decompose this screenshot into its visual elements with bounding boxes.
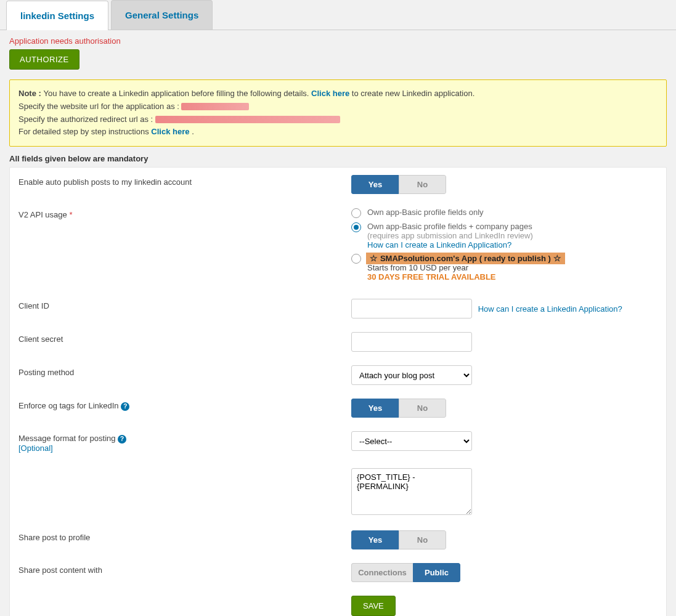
star-icon: ☆ <box>553 253 561 263</box>
help-icon[interactable]: ? <box>118 435 126 444</box>
label-optional: [Optional] <box>18 444 53 453</box>
select-posting-method[interactable]: Attach your blog post <box>351 365 472 385</box>
how-create-app-link-1[interactable]: How can I create a Linkedin Application? <box>367 240 511 249</box>
label-free-trial: 30 DAYS FREE TRIAL AVAILABLE <box>367 272 496 282</box>
radio-smap-app[interactable] <box>351 254 361 264</box>
help-icon[interactable]: ? <box>121 402 129 411</box>
save-button[interactable]: SAVE <box>351 596 396 616</box>
authorisation-warning: Application needs authorisation <box>9 36 667 46</box>
note-line1a: You have to create a Linkedin applicatio… <box>43 89 311 98</box>
authorize-button[interactable]: AUTHORIZE <box>9 49 79 70</box>
label-enforce-og: Enforce og tags for LinkedIn <box>18 401 119 410</box>
label-auto-publish: Enable auto publish posts to my linkedin… <box>18 175 351 187</box>
textarea-msg-format[interactable]: {POST_TITLE} - {PERMALINK} <box>351 468 472 515</box>
toggle-auto-publish-yes[interactable]: Yes <box>351 175 399 194</box>
required-asterisk: * <box>69 210 72 219</box>
input-client-secret[interactable] <box>351 332 472 352</box>
label-client-id: Client ID <box>18 299 351 310</box>
note-box: Note : You have to create a Linkedin app… <box>9 79 667 147</box>
create-app-link[interactable]: Click here <box>311 89 349 98</box>
label-msg-format: Message format for posting <box>18 434 116 443</box>
label-own-company: Own app-Basic profile fields + company p… <box>367 222 532 231</box>
note-line2: Specify the website url for the applicat… <box>18 102 181 111</box>
toggle-auto-publish: Yes No <box>351 175 446 194</box>
toggle-enforce-og: Yes No <box>351 399 446 418</box>
toggle-share-profile-no[interactable]: No <box>399 530 446 549</box>
how-create-app-link-2[interactable]: How can I create a Linkedin Application? <box>478 304 622 314</box>
input-client-id[interactable] <box>351 299 472 318</box>
note-line4a: For detailed step by step instructions <box>18 127 151 136</box>
label-share-profile: Share post to profile <box>18 530 351 542</box>
toggle-share-connections[interactable]: Connections <box>351 563 413 582</box>
label-v2-api: V2 API usage <box>18 210 67 219</box>
note-line4b: . <box>192 127 194 136</box>
label-posting-method: Posting method <box>18 365 351 377</box>
label-smap-price: Starts from 10 USD per year <box>367 263 468 272</box>
toggle-share-content: Connections Public <box>351 563 460 582</box>
note-label: Note : <box>18 89 43 98</box>
radio-own-basic[interactable] <box>351 208 361 218</box>
toggle-auto-publish-no[interactable]: No <box>399 175 446 194</box>
toggle-share-profile-yes[interactable]: Yes <box>351 530 399 549</box>
mandatory-heading: All fields given below are mandatory <box>9 154 667 163</box>
tab-bar: linkedin Settings General Settings <box>0 0 676 30</box>
select-msg-format[interactable]: --Select-- <box>351 431 472 451</box>
tab-linkedin-settings[interactable]: linkedin Settings <box>6 1 108 30</box>
label-client-secret: Client secret <box>18 332 351 344</box>
toggle-enforce-og-no[interactable]: No <box>399 399 446 418</box>
toggle-share-profile: Yes No <box>351 530 446 549</box>
toggle-enforce-og-yes[interactable]: Yes <box>351 399 399 418</box>
label-own-company-sub: (requires app submission and LinkedIn re… <box>367 231 533 240</box>
star-icon: ☆ <box>370 253 380 263</box>
radio-own-company[interactable] <box>351 222 361 232</box>
instructions-link[interactable]: Click here <box>151 127 189 136</box>
label-own-basic: Own app-Basic profile fields only <box>367 208 484 217</box>
note-line3: Specify the authorized redirect url as : <box>18 115 155 124</box>
redacted-website-url <box>181 103 249 110</box>
label-share-content: Share post content with <box>18 563 351 575</box>
label-smap-app: SMAPsolution.com's App ( ready to publis… <box>380 254 551 263</box>
toggle-share-public[interactable]: Public <box>413 563 460 582</box>
settings-panel: Enable auto publish posts to my linkedin… <box>9 167 667 616</box>
note-line1b: to create new Linkedin application. <box>352 89 474 98</box>
tab-general-settings[interactable]: General Settings <box>111 0 213 30</box>
redacted-redirect-url <box>155 116 340 123</box>
